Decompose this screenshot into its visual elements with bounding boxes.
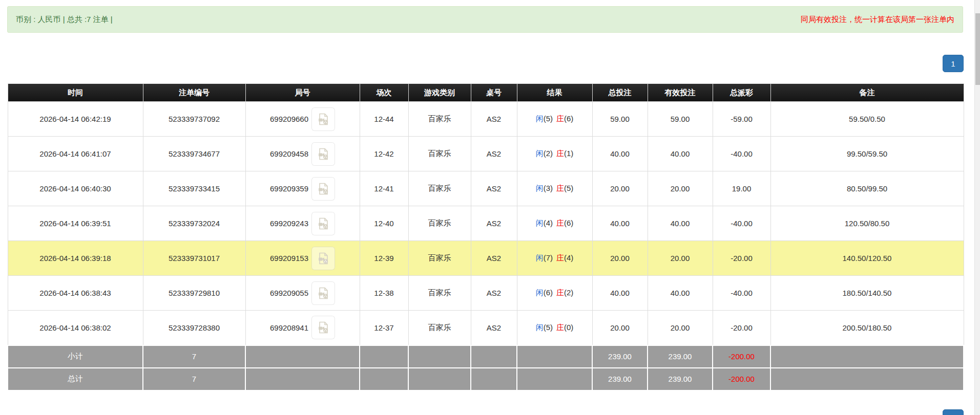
- total-valid-bet: 239.00: [648, 368, 713, 390]
- result-cell: 闲(2)庄(1): [517, 137, 592, 171]
- result-player-label: 闲: [536, 219, 544, 227]
- col-header-remark: 备注: [770, 84, 964, 102]
- round-id: 699209153: [270, 254, 308, 263]
- game-type: 百家乐: [408, 276, 471, 311]
- round-id: 699209458: [270, 149, 308, 158]
- col-header-total-bet: 总投注: [592, 84, 648, 102]
- table-number: AS2: [471, 276, 517, 311]
- video-replay-icon: [316, 182, 330, 196]
- remark: 99.50/59.50: [770, 137, 964, 171]
- currency-summary-text: 币别 : 人民币 | 总共 :7 注单 |: [16, 15, 113, 25]
- bet-record-row: 2026-04-14 06:42:19 523339737092 6992096…: [8, 102, 964, 137]
- video-replay-button[interactable]: [311, 142, 335, 166]
- result-player-score: (6): [544, 288, 553, 297]
- result-banker-score: (6): [564, 219, 573, 227]
- bet-id: 523339731017: [143, 241, 245, 276]
- remark: 180.50/140.50: [770, 276, 964, 311]
- round-id-cell: 699209153: [245, 241, 360, 276]
- game-type: 百家乐: [408, 241, 471, 276]
- valid-bet-warning-text: 同局有效投注，统一计算在该局第一张注单内: [801, 15, 954, 25]
- bet-records-table: 时间 注单编号 局号 场次 游戏类别 桌号 结果 总投注 有效投注 总派彩 备注…: [7, 83, 964, 391]
- result-banker-label: 庄: [556, 114, 564, 123]
- payout-amount: -20.00: [713, 311, 770, 345]
- pagination-page-1-bottom[interactable]: 1: [943, 409, 964, 415]
- bet-id: 523339734677: [143, 137, 245, 171]
- remark: 140.50/120.50: [770, 241, 964, 276]
- total-bet-link[interactable]: 40.00: [592, 206, 648, 241]
- payout-amount: 19.00: [713, 171, 770, 206]
- video-replay-button[interactable]: [311, 247, 335, 270]
- table-header-row: 时间 注单编号 局号 场次 游戏类别 桌号 结果 总投注 有效投注 总派彩 备注: [8, 84, 964, 102]
- valid-bet: 40.00: [648, 137, 713, 171]
- result-banker-score: (4): [564, 253, 573, 262]
- round-id-cell: 699209055: [245, 276, 360, 311]
- round-id: 699209055: [270, 289, 308, 297]
- video-replay-button[interactable]: [311, 177, 335, 201]
- total-total-bet: 239.00: [592, 368, 648, 390]
- bet-time: 2026-04-14 06:38:02: [8, 311, 143, 345]
- game-type: 百家乐: [408, 171, 471, 206]
- video-replay-button[interactable]: [311, 212, 335, 235]
- total-bet-link[interactable]: 20.00: [592, 171, 648, 206]
- video-replay-icon: [316, 251, 330, 266]
- table-number: AS2: [471, 137, 517, 171]
- bet-time: 2026-04-14 06:38:43: [8, 276, 143, 311]
- result-banker-label: 庄: [556, 253, 564, 262]
- game-type: 百家乐: [408, 137, 471, 171]
- total-bet-link[interactable]: 59.00: [592, 102, 648, 137]
- bet-id: 523339729810: [143, 276, 245, 311]
- video-replay-button[interactable]: [311, 107, 335, 131]
- result-player-score: (7): [544, 253, 553, 262]
- table-number: AS2: [471, 241, 517, 276]
- session-number: 12-42: [360, 137, 408, 171]
- subtotal-payout: -200.00: [713, 345, 770, 368]
- result-banker-label: 庄: [556, 184, 564, 192]
- valid-bet: 20.00: [648, 171, 713, 206]
- result-player-label: 闲: [536, 149, 544, 158]
- payout-amount: -40.00: [713, 276, 770, 311]
- col-header-round-id: 局号: [245, 84, 360, 102]
- col-header-time: 时间: [8, 84, 143, 102]
- bet-record-row: 2026-04-14 06:41:07 523339734677 6992094…: [8, 137, 964, 171]
- result-cell: 闲(3)庄(5): [517, 171, 592, 206]
- valid-bet: 40.00: [648, 276, 713, 311]
- round-id-cell: 699208941: [245, 311, 360, 345]
- total-bet-link[interactable]: 40.00: [592, 137, 648, 171]
- table-number: AS2: [471, 311, 517, 345]
- result-banker-score: (2): [564, 288, 573, 297]
- game-type: 百家乐: [408, 102, 471, 137]
- col-header-table-no: 桌号: [471, 84, 517, 102]
- video-replay-button[interactable]: [311, 316, 335, 339]
- result-player-label: 闲: [536, 114, 544, 123]
- bet-time: 2026-04-14 06:41:07: [8, 137, 143, 171]
- bet-record-row: 2026-04-14 06:38:02 523339728380 6992089…: [8, 311, 964, 345]
- video-replay-button[interactable]: [311, 281, 335, 305]
- payout-amount: -40.00: [713, 137, 770, 171]
- result-player-label: 闲: [536, 288, 544, 297]
- bet-time: 2026-04-14 06:39:18: [8, 241, 143, 276]
- col-header-bet-id: 注单编号: [143, 84, 245, 102]
- pagination-page-1-top[interactable]: 1: [943, 55, 964, 72]
- result-player-label: 闲: [536, 253, 544, 262]
- col-header-result: 结果: [517, 84, 592, 102]
- game-type: 百家乐: [408, 311, 471, 345]
- scrollbar-thumb[interactable]: [975, 13, 980, 85]
- bet-time: 2026-04-14 06:40:30: [8, 171, 143, 206]
- total-bet-link[interactable]: 20.00: [592, 241, 648, 276]
- subtotal-count: 7: [143, 345, 245, 368]
- bet-record-row: 2026-04-14 06:38:43 523339729810 6992090…: [8, 276, 964, 311]
- result-cell: 闲(4)庄(6): [517, 206, 592, 241]
- result-banker-label: 庄: [556, 323, 564, 332]
- result-cell: 闲(6)庄(2): [517, 276, 592, 311]
- session-number: 12-37: [360, 311, 408, 345]
- table-number: AS2: [471, 171, 517, 206]
- vertical-scrollbar[interactable]: [974, 0, 980, 415]
- total-bet-link[interactable]: 20.00: [592, 311, 648, 345]
- remark: 200.50/180.50: [770, 311, 964, 345]
- bet-id: 523339728380: [143, 311, 245, 345]
- round-id-cell: 699209243: [245, 206, 360, 241]
- result-banker-score: (5): [564, 184, 573, 192]
- total-bet-link[interactable]: 40.00: [592, 276, 648, 311]
- result-player-score: (5): [544, 114, 553, 123]
- session-number: 12-39: [360, 241, 408, 276]
